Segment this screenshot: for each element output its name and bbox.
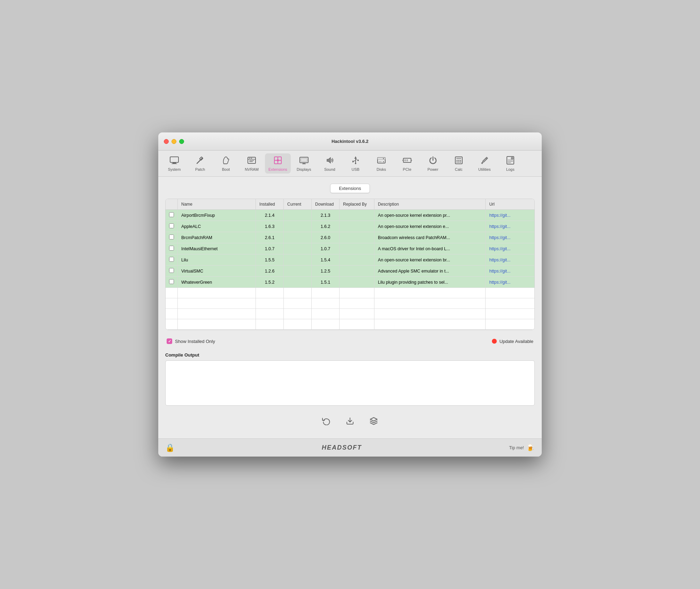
toolbar-item-patch[interactable]: Patch <box>188 153 213 174</box>
show-installed-checkbox[interactable] <box>167 338 172 344</box>
row-checkbox-cell[interactable] <box>166 254 178 266</box>
svg-rect-10 <box>249 161 253 162</box>
row-checkbox[interactable] <box>169 268 174 273</box>
row-checkbox-cell[interactable] <box>166 221 178 232</box>
table-empty-row <box>166 319 534 330</box>
row-name: BrcmPatchRAM <box>178 232 256 243</box>
download-button[interactable] <box>342 415 358 429</box>
sound-icon <box>325 155 335 167</box>
th-download: Download <box>312 199 340 210</box>
layers-button[interactable] <box>366 415 381 429</box>
row-checkbox-cell[interactable] <box>166 243 178 254</box>
row-installed: 1.6.3 <box>256 221 284 232</box>
patch-icon <box>195 155 205 167</box>
system-icon <box>169 155 179 167</box>
table-row: WhateverGreen 1.5.2 1.5.1 Lilu plugin pr… <box>166 277 534 288</box>
toolbar-item-logs[interactable]: Logs <box>498 153 523 174</box>
toolbar-item-boot[interactable]: Boot <box>213 153 238 174</box>
maximize-button[interactable] <box>179 139 184 144</box>
row-replaced <box>340 232 374 243</box>
toolbar-item-utilities[interactable]: Utilities <box>472 153 497 174</box>
svg-rect-29 <box>378 158 385 160</box>
compile-output[interactable] <box>165 360 535 406</box>
row-checkbox[interactable] <box>169 212 174 217</box>
toolbar-item-calc[interactable]: Calc <box>446 153 471 174</box>
row-url: https://git... <box>486 221 534 232</box>
row-url: https://git... <box>486 277 534 288</box>
row-checkbox[interactable] <box>169 235 174 239</box>
row-checkbox-cell[interactable] <box>166 232 178 243</box>
svg-rect-8 <box>251 158 252 159</box>
utilities-label: Utilities <box>478 167 490 171</box>
table-row: IntelMausiEthernet 1.0.7 1.0.7 A macOS d… <box>166 243 534 254</box>
calc-label: Calc <box>455 167 463 171</box>
svg-rect-19 <box>301 158 307 162</box>
row-current <box>284 232 312 243</box>
th-name: Name <box>178 199 256 210</box>
tip-button[interactable]: Tip me! 🍺 <box>509 444 535 452</box>
row-description: Advanced Apple SMC emulator in t... <box>374 266 486 277</box>
row-name: WhateverGreen <box>178 277 256 288</box>
row-checkbox-cell[interactable] <box>166 210 178 221</box>
row-installed: 1.2.6 <box>256 266 284 277</box>
table-empty-row <box>166 288 534 298</box>
system-label: System <box>168 167 181 171</box>
toolbar-item-pcie[interactable]: PCIe <box>395 153 420 174</box>
row-checkbox[interactable] <box>169 223 174 228</box>
minimize-button[interactable] <box>172 139 176 144</box>
main-window: Hackintool v3.6.2 System Patch <box>158 132 542 457</box>
patch-label: Patch <box>195 167 205 171</box>
logs-icon <box>505 155 515 167</box>
toolbar-item-system[interactable]: System <box>162 153 187 174</box>
compile-label: Compile Output <box>165 352 535 358</box>
row-installed: 1.5.5 <box>256 254 284 266</box>
svg-rect-40 <box>456 160 458 161</box>
toolbar-item-disks[interactable]: Disks <box>369 153 394 174</box>
toolbar-item-sound[interactable]: Sound <box>317 153 342 174</box>
row-name: AppleALC <box>178 221 256 232</box>
toolbar-item-extensions[interactable]: Extensions <box>265 153 291 174</box>
toolbar-item-power[interactable]: Power <box>420 153 446 174</box>
section-title-pill: Extensions <box>330 184 370 193</box>
row-current <box>284 277 312 288</box>
sound-label: Sound <box>324 167 335 171</box>
close-button[interactable] <box>164 139 169 144</box>
row-checkbox-cell[interactable] <box>166 266 178 277</box>
toolbar-item-nvram[interactable]: NVRAM <box>239 153 264 174</box>
row-checkbox[interactable] <box>169 246 174 251</box>
row-checkbox[interactable] <box>169 257 174 262</box>
row-name: AirportBrcmFixup <box>178 210 256 221</box>
row-name: IntelMausiEthernet <box>178 243 256 254</box>
refresh-button[interactable] <box>319 415 334 429</box>
table-header-row: Name Installed Current Download Replaced… <box>166 199 534 210</box>
svg-rect-43 <box>456 162 458 162</box>
row-description: Lilu plugin providing patches to sel... <box>374 277 486 288</box>
row-name: Lilu <box>178 254 256 266</box>
svg-rect-9 <box>249 160 254 161</box>
nvram-icon <box>247 155 257 167</box>
row-replaced <box>340 210 374 221</box>
svg-point-31 <box>383 161 384 162</box>
table-empty-row <box>166 298 534 309</box>
boot-icon <box>221 155 231 167</box>
row-name: VirtualSMC <box>178 266 256 277</box>
show-installed-check[interactable]: Show Installed Only <box>167 338 215 344</box>
beer-icon: 🍺 <box>526 444 535 452</box>
row-checkbox[interactable] <box>169 279 174 284</box>
row-download: 2.1.3 <box>312 210 340 221</box>
toolbar-item-displays[interactable]: Displays <box>291 153 317 174</box>
row-current <box>284 243 312 254</box>
action-buttons <box>165 411 535 431</box>
row-checkbox-cell[interactable] <box>166 277 178 288</box>
svg-point-30 <box>383 158 384 159</box>
table-row: VirtualSMC 1.2.6 1.2.5 Advanced Apple SM… <box>166 266 534 277</box>
usb-icon <box>351 155 360 167</box>
update-indicator: Update Available <box>492 339 533 344</box>
toolbar-item-usb[interactable]: USB <box>343 153 368 174</box>
th-installed: Installed <box>256 199 284 210</box>
svg-rect-24 <box>358 160 359 161</box>
row-current <box>284 221 312 232</box>
pcie-label: PCIe <box>403 167 411 171</box>
row-current <box>284 266 312 277</box>
extensions-table: Name Installed Current Download Replaced… <box>166 199 534 330</box>
